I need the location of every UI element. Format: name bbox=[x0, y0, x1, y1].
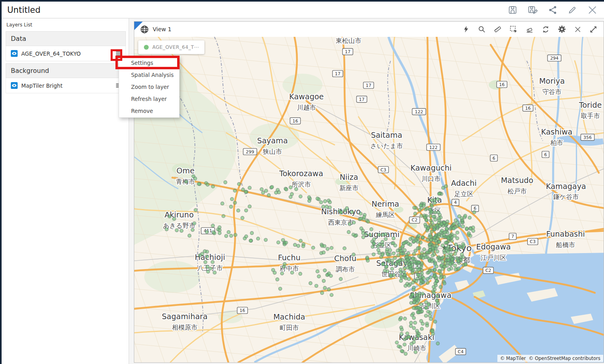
road-shield-299: 299 bbox=[243, 149, 257, 155]
svg-text:松戸市: 松戸市 bbox=[507, 187, 527, 195]
map-attribution: © MapTiler © OpenStreetMap contributors bbox=[497, 355, 603, 362]
svg-text:Saitama: Saitama bbox=[371, 131, 402, 139]
save-as-icon[interactable] bbox=[527, 5, 538, 15]
map-view-panel: View 1 bbox=[134, 21, 604, 363]
background-section: Background MapTiler Bright bbox=[6, 63, 126, 93]
measure-ruler-icon[interactable] bbox=[494, 26, 501, 33]
svg-text:船橋市: 船橋市 bbox=[556, 241, 575, 249]
close-view-icon[interactable] bbox=[574, 26, 581, 33]
section-header-background[interactable]: Background bbox=[6, 63, 126, 78]
edit-pencil-icon[interactable] bbox=[568, 5, 577, 15]
flash-icon[interactable] bbox=[463, 26, 470, 33]
view-header: View 1 bbox=[134, 22, 604, 37]
svg-text:6: 6 bbox=[544, 152, 547, 157]
road-shield-356: 356 bbox=[581, 134, 594, 141]
svg-text:鎌ケ谷市: 鎌ケ谷市 bbox=[553, 193, 579, 201]
svg-text:17: 17 bbox=[359, 97, 365, 102]
map-render: 1717171729416161616122122299356666C3C3C2… bbox=[134, 37, 604, 362]
layer-legend-chip[interactable]: AGE_OVER_64_T⋯ bbox=[138, 40, 204, 54]
active-view-corner-marker bbox=[134, 22, 143, 30]
road-shield-122: 122 bbox=[426, 144, 440, 151]
menu-item-zoom-to-layer[interactable]: Zoom to layer bbox=[119, 81, 179, 93]
svg-text:17: 17 bbox=[335, 71, 341, 76]
map-canvas[interactable]: 1717171729416161616122122299356666C3C3C2… bbox=[134, 37, 604, 362]
svg-text:川口市: 川口市 bbox=[421, 175, 440, 183]
svg-text:Edogawa: Edogawa bbox=[476, 242, 511, 251]
road-shield-C4: C4 bbox=[455, 348, 466, 355]
svg-text:16: 16 bbox=[293, 119, 298, 124]
share-icon[interactable] bbox=[548, 5, 558, 15]
svg-text:Sagamihara: Sagamihara bbox=[162, 312, 208, 321]
search-icon[interactable] bbox=[478, 26, 485, 33]
svg-text:調布市: 調布市 bbox=[336, 265, 355, 273]
svg-text:新座市: 新座市 bbox=[339, 184, 359, 192]
view-title: View 1 bbox=[153, 26, 172, 32]
road-shield-122: 122 bbox=[412, 109, 426, 115]
svg-text:17: 17 bbox=[345, 49, 351, 54]
layer-name: AGE_OVER_64_TOKYO bbox=[21, 50, 81, 57]
road-shield-16: 16 bbox=[237, 307, 248, 314]
svg-text:Toride: Toride bbox=[579, 101, 602, 109]
layer-visibility-eye-icon[interactable] bbox=[11, 50, 18, 57]
legend-layer-label: AGE_OVER_64_T⋯ bbox=[152, 44, 199, 50]
road-shield-17: 17 bbox=[343, 48, 353, 55]
window-top-border bbox=[0, 0, 604, 2]
layer-row-maptiler-bright[interactable]: MapTiler Bright bbox=[6, 78, 126, 93]
road-shield-6: 6 bbox=[490, 155, 497, 161]
svg-text:Fuchu: Fuchu bbox=[278, 253, 300, 262]
layer-context-menu: SettingsSpatial AnalysisZoom to layerRef… bbox=[119, 56, 180, 118]
svg-text:練馬区: 練馬区 bbox=[376, 211, 395, 219]
road-shield-7: 7 bbox=[509, 233, 516, 239]
menu-item-refresh-layer[interactable]: Refresh layer bbox=[119, 93, 179, 105]
svg-text:Adachi: Adachi bbox=[451, 179, 477, 187]
svg-text:東松山市: 東松山市 bbox=[336, 37, 362, 44]
road-shield-C2: C2 bbox=[409, 217, 420, 223]
layer-menu-hamburger-icon[interactable] bbox=[116, 51, 121, 56]
road-shield-17: 17 bbox=[364, 82, 374, 88]
view-toolbar bbox=[463, 25, 597, 33]
layer-visibility-eye-icon[interactable] bbox=[11, 82, 18, 89]
svg-text:C4: C4 bbox=[458, 349, 464, 354]
layer-row-age-over-64-tokyo[interactable]: AGE_OVER_64_TOKYO bbox=[6, 46, 126, 61]
expand-fullscreen-icon[interactable] bbox=[590, 26, 597, 33]
road-shield-294: 294 bbox=[547, 55, 561, 61]
eraser-icon[interactable] bbox=[526, 26, 533, 33]
settings-gear-icon[interactable] bbox=[558, 25, 566, 33]
road-shield-16: 16 bbox=[290, 118, 301, 124]
svg-text:Tokorozawa: Tokorozawa bbox=[279, 169, 323, 178]
svg-text:柏市: 柏市 bbox=[550, 139, 563, 147]
close-window-icon[interactable] bbox=[587, 5, 598, 15]
section-header-data[interactable]: Data bbox=[6, 31, 126, 46]
svg-text:Kawaguchi: Kawaguchi bbox=[410, 163, 452, 172]
svg-text:4: 4 bbox=[454, 200, 457, 205]
svg-text:Niiza: Niiza bbox=[339, 173, 358, 181]
svg-text:取手市: 取手市 bbox=[581, 112, 600, 120]
svg-text:Sayama: Sayama bbox=[257, 136, 288, 145]
svg-text:294: 294 bbox=[550, 56, 559, 61]
titlebar: Untitled bbox=[2, 2, 604, 18]
road-shield-C3: C3 bbox=[378, 167, 388, 173]
save-icon[interactable] bbox=[508, 5, 517, 15]
layer-name: MapTiler Bright bbox=[21, 82, 63, 89]
svg-text:Ome: Ome bbox=[176, 166, 194, 175]
road-shield-C2: C2 bbox=[483, 267, 493, 274]
road-shield-16: 16 bbox=[497, 81, 507, 88]
refresh-icon[interactable] bbox=[542, 26, 549, 33]
page-title: Untitled bbox=[7, 5, 40, 15]
data-section: Data AGE_OVER_64_TOKYO bbox=[6, 31, 126, 61]
svg-text:C2: C2 bbox=[412, 217, 418, 223]
svg-text:356: 356 bbox=[584, 135, 592, 140]
svg-text:Funabashi: Funabashi bbox=[546, 229, 585, 238]
svg-text:Nerima: Nerima bbox=[372, 199, 399, 208]
svg-text:江戸川区: 江戸川区 bbox=[481, 254, 506, 261]
menu-item-spatial-analysis[interactable]: Spatial Analysis bbox=[119, 69, 179, 81]
box-select-icon[interactable] bbox=[510, 26, 517, 33]
svg-text:16: 16 bbox=[240, 308, 245, 313]
svg-text:川越市: 川越市 bbox=[297, 104, 316, 111]
road-shield-4: 4 bbox=[452, 199, 459, 206]
road-shield-17: 17 bbox=[357, 96, 367, 103]
menu-item-remove[interactable]: Remove bbox=[119, 105, 179, 117]
road-shield-6: 6 bbox=[542, 151, 549, 158]
svg-text:狭山市: 狭山市 bbox=[263, 148, 282, 155]
menu-item-settings[interactable]: Settings bbox=[119, 57, 179, 69]
